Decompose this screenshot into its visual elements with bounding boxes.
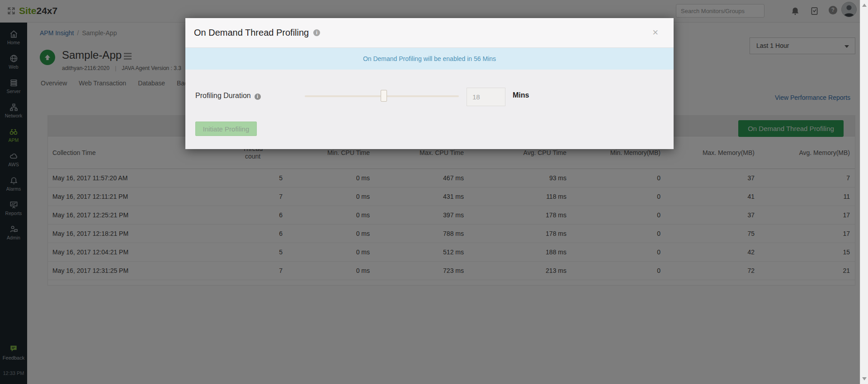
scroll-up-icon[interactable] bbox=[862, 4, 867, 7]
duration-value-input[interactable] bbox=[467, 88, 505, 106]
page-scrollbar[interactable] bbox=[860, 0, 868, 384]
info-icon[interactable]: i bbox=[313, 29, 320, 36]
modal-header: On Demand Thread Profiling i × bbox=[185, 18, 674, 48]
profiling-enabled-banner: On Demand Profiling will be enabled in 5… bbox=[185, 48, 674, 70]
duration-unit-label: Mins bbox=[513, 91, 529, 99]
close-icon[interactable]: × bbox=[652, 28, 658, 37]
scroll-down-icon[interactable] bbox=[862, 377, 867, 380]
profiling-duration-label: Profiling Durationi bbox=[195, 92, 261, 100]
on-demand-thread-profiling-modal: On Demand Thread Profiling i × On Demand… bbox=[185, 18, 674, 149]
info-icon[interactable]: i bbox=[255, 94, 261, 100]
modal-title: On Demand Thread Profiling bbox=[194, 28, 309, 38]
duration-slider-handle[interactable] bbox=[381, 90, 387, 102]
initiate-profiling-button[interactable]: Initiate Profiling bbox=[195, 122, 257, 136]
